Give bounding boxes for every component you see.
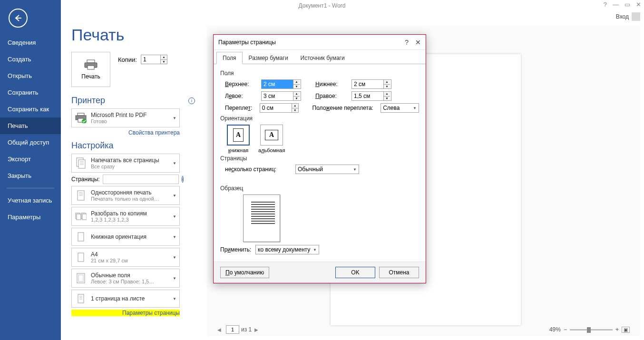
spin-down[interactable]: ▼ [293, 85, 300, 89]
top-margin-input[interactable] [262, 80, 293, 88]
nav-close[interactable]: Закрыть [0, 167, 61, 184]
collate-dropdown[interactable]: Разобрать по копиям1,2,3 1,2,3 1,2,3 ▼ [71, 207, 180, 226]
nav-new[interactable]: Создать [0, 51, 61, 68]
printer-properties-link[interactable]: Свойства принтера [71, 129, 180, 136]
gutter-field[interactable]: ▲▼ [260, 103, 299, 113]
top-margin-label: Верхнее: [225, 81, 261, 87]
restore-icon[interactable]: ▭ [624, 1, 630, 8]
svg-point-3 [95, 64, 96, 65]
chevron-down-icon: ▼ [173, 194, 176, 198]
top-margin-field[interactable]: ▲▼ [261, 79, 301, 89]
gutter-input[interactable] [260, 104, 292, 112]
bottom-margin-input[interactable] [352, 80, 383, 88]
orientation-dropdown[interactable]: Книжная ориентация ▼ [71, 228, 180, 246]
spin-down[interactable]: ▼ [384, 97, 390, 101]
close-icon[interactable]: ✕ [636, 1, 641, 8]
nav-export[interactable]: Экспорт [0, 151, 61, 167]
page-setup-link[interactable]: Параметры страницы [71, 310, 180, 316]
minimize-icon[interactable]: — [613, 1, 619, 8]
onesided-dropdown[interactable]: Односторонняя печатьПечатать только на о… [71, 186, 180, 205]
copies-spinner[interactable]: ▲▼ [141, 55, 167, 64]
spin-down[interactable]: ▼ [292, 108, 298, 113]
page-number-input[interactable] [226, 325, 239, 334]
sample-preview [243, 194, 280, 242]
left-margin-input[interactable] [262, 92, 293, 100]
margins-dropdown[interactable]: Обычные поляЛевое: 3 см Правое: 1,5… ▼ [71, 269, 180, 288]
zoom-out-button[interactable]: − [564, 326, 567, 333]
printer-info-icon[interactable]: i [188, 97, 195, 104]
dialog-close-button[interactable]: ✕ [415, 39, 421, 46]
svg-rect-21 [78, 233, 84, 241]
nav-save[interactable]: Сохранить [0, 84, 61, 101]
chevron-down-icon: ▼ [173, 255, 176, 260]
print-button-label: Печать [81, 73, 100, 80]
copies-up[interactable]: ▲ [161, 55, 167, 60]
portrait-icon [75, 230, 87, 243]
back-button[interactable] [9, 9, 28, 28]
scope-line1: Напечатать все страницы [91, 157, 169, 164]
pages-icon [75, 156, 87, 170]
margins-line1: Обычные поля [91, 272, 169, 279]
scope-line2: Все сразу [91, 164, 169, 169]
printer-status-icon [75, 111, 87, 125]
help-icon[interactable]: ? [604, 1, 607, 8]
bottom-margin-field[interactable]: ▲▼ [351, 79, 391, 89]
page-setup-dialog: Параметры страницы ? ✕ Поля Размер бумаг… [213, 34, 426, 283]
pages-input[interactable] [103, 175, 179, 184]
apply-combo[interactable]: ко всему документу▼ [255, 245, 319, 254]
tab-paper[interactable]: Размер бумаги [243, 52, 294, 64]
scope-dropdown[interactable]: Напечатать все страницыВсе сразу ▼ [71, 154, 180, 173]
dialog-help-button[interactable]: ? [405, 39, 409, 46]
copies-input[interactable] [141, 55, 160, 64]
chevron-down-icon: ▼ [313, 248, 317, 252]
nav-account[interactable]: Учетная запись [0, 192, 61, 209]
copies-down[interactable]: ▼ [161, 60, 167, 64]
collate-line2: 1,2,3 1,2,3 1,2,3 [91, 217, 169, 223]
right-margin-field[interactable]: ▲▼ [351, 91, 391, 101]
spin-down[interactable]: ▼ [384, 85, 390, 89]
printer-dropdown[interactable]: Microsoft Print to PDFГотово ▼ [71, 108, 180, 127]
cancel-button[interactable]: Отмена [379, 267, 419, 278]
fit-page-button[interactable]: ▣ [622, 327, 630, 333]
nav-share[interactable]: Общий доступ [0, 134, 61, 151]
nav-info[interactable]: Сведения [0, 34, 61, 51]
spin-up[interactable]: ▲ [293, 92, 300, 97]
apply-value: ко всему документу [258, 246, 310, 253]
zoom-in-button[interactable]: + [615, 326, 619, 333]
ok-button[interactable]: OK [335, 267, 375, 278]
pages-info-icon[interactable]: i [182, 176, 184, 183]
spin-up[interactable]: ▲ [292, 104, 298, 108]
nav-options[interactable]: Параметры [0, 209, 61, 225]
paper-dropdown[interactable]: A421 см x 29,7 см ▼ [71, 248, 180, 267]
pagespersheet-dropdown[interactable]: 1 страница на листе ▼ [71, 290, 180, 308]
chevron-down-icon: ▼ [173, 116, 176, 120]
left-margin-label: Левое: [225, 93, 261, 99]
spin-up[interactable]: ▲ [293, 80, 300, 85]
prev-page-button[interactable]: ◀ [215, 327, 224, 332]
default-button[interactable]: По умолчанию [220, 267, 269, 278]
gutter-pos-label: Положение переплета: [312, 105, 381, 111]
gutter-label: Переплет: [225, 105, 260, 111]
next-page-button[interactable]: ▶ [252, 327, 261, 332]
login-link[interactable]: Вход [616, 12, 640, 21]
chevron-down-icon: ▼ [413, 106, 417, 110]
zoom-slider[interactable] [570, 329, 613, 330]
spin-up[interactable]: ▲ [384, 80, 390, 85]
tab-source[interactable]: Источник бумаги [294, 52, 351, 64]
nav-open[interactable]: Открыть [0, 68, 61, 84]
spin-up[interactable]: ▲ [384, 92, 390, 97]
left-margin-field[interactable]: ▲▼ [261, 91, 301, 101]
pages-group-label: Страницы [220, 155, 419, 162]
onesided-icon [75, 189, 87, 202]
printer-icon [84, 59, 98, 70]
orientation-landscape[interactable]: A альбомная [258, 125, 285, 153]
orientation-portrait[interactable]: A книжная [225, 125, 252, 153]
spin-down[interactable]: ▼ [293, 97, 300, 101]
gutter-pos-combo[interactable]: Слева▼ [381, 103, 419, 113]
nav-print[interactable]: Печать [0, 117, 61, 134]
nav-saveas[interactable]: Сохранить как [0, 101, 61, 117]
tab-margins[interactable]: Поля [216, 52, 243, 64]
multipage-combo[interactable]: Обычный▼ [295, 165, 359, 174]
print-button[interactable]: Печать [71, 52, 110, 87]
right-margin-input[interactable] [352, 92, 383, 100]
